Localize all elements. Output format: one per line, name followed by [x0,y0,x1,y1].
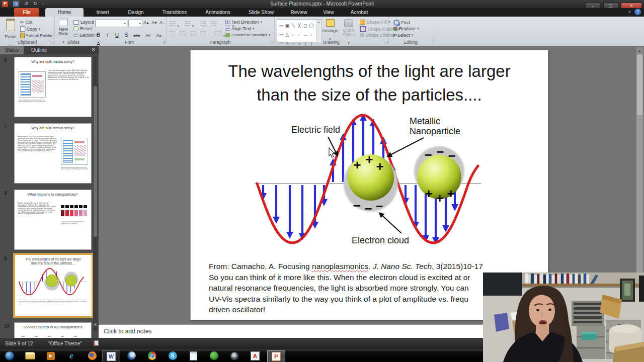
taskbar-internet-explorer[interactable]: e [63,350,80,361]
taskbar-green-app[interactable] [205,350,222,361]
text-shadow-button[interactable]: S [123,32,129,38]
tab-view[interactable]: View [317,8,340,17]
tab-home[interactable]: Home [45,8,84,17]
columns-icon[interactable] [214,32,222,37]
panel-scrollbar[interactable]: ▾ [93,56,98,331]
underline-button[interactable]: U [114,32,120,38]
increase-indent-icon[interactable] [211,22,216,27]
shape-glyph[interactable]: ▭ [278,23,284,29]
shape-glyph[interactable]: ╳ [296,23,302,29]
align-text-button[interactable]: Align Text▾ [225,26,254,31]
tab-review[interactable]: Review [285,8,313,17]
paragraph-dialog-launcher[interactable] [270,41,273,44]
bullets-icon[interactable] [169,22,176,27]
align-right-icon[interactable] [190,32,196,37]
smartart-button[interactable]: Convert to SmartArt▾ [225,33,270,37]
taskbar-notes-app[interactable] [185,350,202,361]
shape-glyph[interactable]: ∟ [290,32,296,38]
decrease-indent-icon[interactable] [200,22,206,27]
ribbon-collapse-icon[interactable]: ˄ [628,10,631,15]
slide-thumbnail-9-selected[interactable]: The wavelengths of the light are largert… [14,254,93,317]
justify-icon[interactable] [200,32,206,37]
numbering-icon[interactable] [184,22,191,27]
clipboard-dialog-launcher[interactable] [50,41,53,44]
tab-outline[interactable]: Outline [26,46,52,54]
copy-button[interactable]: Copy▾ [20,26,41,32]
taskbar-chrome[interactable] [143,350,160,361]
tab-slides-thumbnails[interactable]: Slides [0,46,24,54]
font-dialog-launcher[interactable] [162,41,165,44]
taskbar-firefox[interactable] [84,350,101,361]
tab-acrobat[interactable]: Acrobat [344,8,374,17]
shape-glyph[interactable]: ◻ [302,23,308,29]
align-center-icon[interactable] [179,32,186,37]
save-icon[interactable]: ▪ [13,1,19,7]
shape-fill-button[interactable]: Shape Fill▾ [360,20,390,25]
undo-icon[interactable]: ↺ [24,1,28,7]
shape-glyph[interactable]: ╲ [290,23,296,29]
format-painter-button[interactable]: Format Painter [20,33,53,38]
panel-close-icon[interactable]: ✕ [92,47,96,52]
picture-frame [620,276,644,302]
shapes-scrollbar[interactable]: ▴ [316,20,321,41]
taskbar-explorer[interactable] [22,350,39,361]
slide-title[interactable]: The wavelengths of the light are larger … [191,59,548,107]
slide-thumbnail-6[interactable]: Why are bulk metals shiny? Light is an e… [14,57,92,117]
shape-glyph[interactable]: → [302,32,308,38]
tab-file[interactable]: File [14,8,39,17]
help-icon[interactable]: ? [634,9,641,15]
text-direction-button[interactable]: Text Direction▾ [225,20,262,25]
find-button[interactable]: Find [393,20,410,26]
shapes-gallery[interactable]: ▭▣╲╳◻◯ ▱△∟⌐→↓ ◠✎~≈() ▴ [277,19,322,42]
shape-glyph[interactable]: ▣ [284,23,290,29]
taskbar-adobe-reader[interactable]: A [247,350,264,361]
paste-icon [6,19,15,31]
replace-button[interactable]: Replace▾ [393,26,419,31]
clear-formatting-button[interactable]: A◌ [159,20,166,26]
redo-icon[interactable]: ↻ [33,1,37,7]
panel-scroll-down-icon[interactable]: ▾ [94,323,97,326]
plasmon-diagram[interactable]: + + + − − − − − − + + + Electric field M… [254,112,495,257]
select-button[interactable]: Select▾ [393,33,414,38]
arrange-button[interactable]: Arrange ▾ [321,19,339,42]
shrink-font-button[interactable]: A▾ [151,20,157,26]
bold-button[interactable]: B [95,32,102,38]
taskbar-skype[interactable]: S [164,350,181,361]
font-size-select[interactable]: ▾ [128,20,142,27]
spell-check-icon[interactable] [94,340,99,346]
slide-thumbnail-8[interactable]: What happens to nanoparticles? Metallic … [14,190,92,250]
taskbar-webcam-app[interactable] [226,350,243,361]
tab-animations[interactable]: Animations [198,8,237,17]
shape-glyph[interactable]: ↓ [308,32,314,38]
italic-button[interactable]: I [104,32,111,38]
tab-transitions[interactable]: Transitions [155,8,194,17]
taskbar-powerpoint[interactable]: P [267,350,285,362]
character-spacing-button[interactable]: AV [144,32,152,39]
powerpoint-app-icon[interactable]: P [2,1,8,7]
panel-scrollbar-thumb[interactable] [94,86,97,237]
align-left-icon[interactable] [169,32,176,37]
tab-design[interactable]: Design [121,8,151,17]
taskbar-word[interactable]: W [102,350,120,362]
shape-glyph[interactable]: ▱ [278,32,284,38]
word-icon: W [107,352,116,361]
taskbar-outlook[interactable] [123,350,140,361]
reset-button[interactable]: Reset [73,26,92,31]
cut-button[interactable]: ✂Cut [20,20,33,25]
change-case-button[interactable]: Aa [155,32,163,39]
shape-glyph[interactable]: △ [284,32,290,38]
tab-insert[interactable]: Insert [89,8,117,17]
main-scrollbar-thumb[interactable] [637,55,642,115]
shape-glyph[interactable]: ◯ [308,23,314,29]
slide-thumbnail-7[interactable]: Why are bulk metals shiny? Reminiscent o… [14,123,92,184]
qat-customize-icon[interactable]: ▾ [42,1,44,7]
shape-glyph[interactable]: ⌐ [296,32,302,38]
scroll-up-icon[interactable]: ▴ [636,47,643,54]
tab-slideshow[interactable]: Slide Show [242,8,281,17]
start-button[interactable] [1,350,18,361]
taskbar-media-player[interactable]: ▶ [42,350,59,361]
grow-font-button[interactable]: A▴ [143,20,149,26]
drawing-dialog-launcher[interactable] [384,41,387,44]
strikethrough-button[interactable]: abc [132,32,141,39]
font-name-select[interactable]: ▾ [95,20,127,27]
